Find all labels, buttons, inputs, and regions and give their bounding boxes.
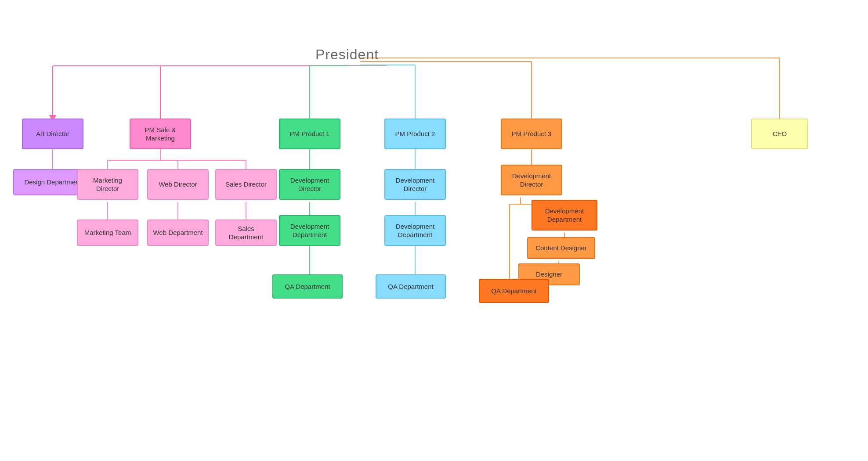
content-designer-node[interactable]: Content Designer <box>527 237 595 259</box>
ceo-node[interactable]: CEO <box>751 119 808 149</box>
dev-director2-node[interactable]: DevelopmentDirector <box>384 169 446 200</box>
art-director-node[interactable]: Art Director <box>22 119 83 149</box>
president-underline <box>307 65 387 66</box>
marketing-team-node[interactable]: Marketing Team <box>77 220 138 246</box>
qa-dept1-node[interactable]: QA Department <box>272 274 343 299</box>
sales-dept-node[interactable]: Sales Department <box>215 220 277 246</box>
president-node: President <box>307 44 387 66</box>
dev-director1-node[interactable]: DevelopmentDirector <box>279 169 340 200</box>
web-dept-node[interactable]: Web Department <box>147 220 209 246</box>
dev-director3-node[interactable]: DevelopmentDirector <box>501 165 562 195</box>
qa-dept3-node[interactable]: QA Department <box>479 279 549 303</box>
dev-dept1-node[interactable]: DevelopmentDepartment <box>279 215 340 246</box>
pm-product2-node[interactable]: PM Product 2 <box>384 119 446 149</box>
pm-product1-node[interactable]: PM Product 1 <box>279 119 340 149</box>
sales-director-node[interactable]: Sales Director <box>215 169 277 200</box>
web-director-node[interactable]: Web Director <box>147 169 209 200</box>
dev-dept3-node[interactable]: DevelopmentDepartment <box>532 200 597 230</box>
pm-sale-marketing-node[interactable]: PM Sale &Marketing <box>130 119 191 149</box>
pm-product3-node[interactable]: PM Product 3 <box>501 119 562 149</box>
org-chart: President Art Director Design Department… <box>0 0 868 461</box>
dev-dept2-node[interactable]: DevelopmentDepartment <box>384 215 446 246</box>
qa-dept2-node[interactable]: QA Department <box>376 274 446 299</box>
marketing-director-node[interactable]: MarketingDirector <box>77 169 138 200</box>
